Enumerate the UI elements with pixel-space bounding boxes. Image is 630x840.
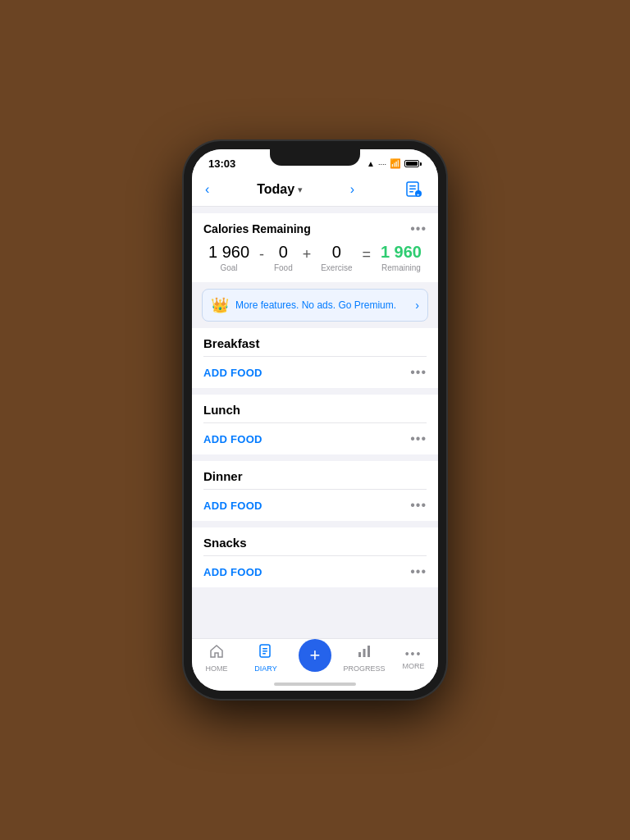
exercise-item: 0 Exercise bbox=[321, 243, 352, 272]
add-button[interactable]: + bbox=[299, 639, 331, 672]
svg-rect-10 bbox=[358, 652, 361, 657]
food-label: Food bbox=[274, 263, 293, 272]
add-food-button-lunch[interactable]: ADD FOOD bbox=[203, 433, 262, 445]
remaining-label: Remaining bbox=[381, 263, 421, 272]
dropdown-arrow: ▾ bbox=[298, 185, 303, 195]
goal-value: 1 960 bbox=[208, 243, 249, 262]
svg-rect-7 bbox=[262, 648, 267, 650]
svg-rect-3 bbox=[409, 191, 413, 193]
home-icon bbox=[209, 644, 224, 663]
status-time: 13:03 bbox=[208, 158, 235, 170]
meal-title-snacks: Snacks bbox=[203, 536, 247, 550]
premium-text: More features. No ads. Go Premium. bbox=[235, 299, 409, 311]
forward-chevron[interactable]: › bbox=[350, 182, 354, 197]
phone-screen: 13:03 ▲ ···· 📶 ‹ Today ▾ › bbox=[192, 149, 438, 691]
notch bbox=[270, 149, 360, 166]
add-food-button-breakfast[interactable]: ADD FOOD bbox=[203, 367, 262, 379]
meals-container: Breakfast ADD FOOD ••• Lunch ADD FOOD ••… bbox=[192, 328, 438, 587]
diary-tab-icon bbox=[258, 644, 273, 663]
svg-rect-11 bbox=[363, 649, 366, 657]
add-food-button-dinner[interactable]: ADD FOOD bbox=[203, 500, 262, 512]
crown-icon: 👑 bbox=[211, 296, 229, 314]
add-food-row-snacks: ADD FOOD ••• bbox=[192, 556, 438, 587]
goal-label: Goal bbox=[220, 263, 237, 272]
plus-operator: + bbox=[303, 246, 312, 263]
equals-operator: = bbox=[362, 246, 371, 263]
tab-progress[interactable]: PROGRESS bbox=[340, 644, 389, 673]
calories-title: Calories Remaining bbox=[203, 222, 311, 235]
meal-header-breakfast: Breakfast bbox=[192, 328, 438, 356]
calories-more-button[interactable]: ••• bbox=[410, 221, 427, 236]
meal-section-dinner: Dinner ADD FOOD ••• bbox=[192, 461, 438, 521]
remaining-item: 1 960 Remaining bbox=[381, 243, 422, 272]
minus-operator: - bbox=[259, 246, 264, 263]
svg-text:+: + bbox=[417, 192, 420, 197]
goal-item: 1 960 Goal bbox=[208, 243, 249, 272]
signal-dots: ···· bbox=[378, 160, 386, 168]
phone-frame: 13:03 ▲ ···· 📶 ‹ Today ▾ › bbox=[184, 141, 446, 699]
back-chevron[interactable]: ‹ bbox=[205, 182, 209, 197]
add-food-row-dinner: ADD FOOD ••• bbox=[192, 490, 438, 521]
battery-icon bbox=[404, 160, 422, 167]
meal-more-button-snacks[interactable]: ••• bbox=[410, 564, 427, 579]
meal-title-lunch: Lunch bbox=[203, 403, 240, 417]
food-item: 0 Food bbox=[274, 243, 293, 272]
meal-header-snacks: Snacks bbox=[192, 527, 438, 555]
premium-banner[interactable]: 👑 More features. No ads. Go Premium. › bbox=[202, 289, 428, 322]
remaining-value: 1 960 bbox=[381, 243, 422, 262]
add-food-button-snacks[interactable]: ADD FOOD bbox=[203, 566, 262, 578]
svg-rect-8 bbox=[262, 651, 267, 652]
nav-title-area[interactable]: Today ▾ bbox=[257, 182, 303, 197]
progress-icon bbox=[357, 644, 372, 663]
diary-label: DIARY bbox=[254, 664, 276, 673]
meal-more-button-lunch[interactable]: ••• bbox=[410, 431, 427, 446]
meal-section-breakfast: Breakfast ADD FOOD ••• bbox=[192, 328, 438, 388]
food-value: 0 bbox=[279, 243, 288, 262]
wifi-icon: 📶 bbox=[390, 158, 401, 169]
more-label: MORE bbox=[403, 662, 425, 670]
tab-home[interactable]: HOME bbox=[192, 644, 241, 673]
home-label: HOME bbox=[206, 664, 228, 673]
tab-bar: HOME DIARY + bbox=[192, 638, 438, 679]
calories-row: 1 960 Goal - 0 Food + 0 Exercise = bbox=[203, 243, 427, 272]
premium-chevron: › bbox=[415, 299, 419, 312]
scroll-area: Calories Remaining ••• 1 960 Goal - 0 Fo… bbox=[192, 207, 438, 638]
svg-rect-2 bbox=[409, 189, 416, 190]
meal-title-dinner: Dinner bbox=[203, 469, 243, 483]
add-food-row-lunch: ADD FOOD ••• bbox=[192, 423, 438, 454]
add-food-row-breakfast: ADD FOOD ••• bbox=[192, 357, 438, 388]
nav-title: Today bbox=[257, 182, 294, 197]
svg-rect-12 bbox=[368, 646, 370, 657]
tab-more[interactable]: ••• MORE bbox=[389, 647, 438, 670]
more-icon: ••• bbox=[405, 647, 422, 660]
add-icon: + bbox=[310, 646, 321, 664]
svg-rect-1 bbox=[409, 185, 416, 187]
meal-title-breakfast: Breakfast bbox=[203, 336, 259, 350]
meal-more-button-breakfast[interactable]: ••• bbox=[410, 365, 427, 380]
home-indicator bbox=[274, 682, 356, 686]
exercise-label: Exercise bbox=[321, 263, 352, 272]
tab-diary[interactable]: DIARY bbox=[241, 644, 290, 673]
calories-card: Calories Remaining ••• 1 960 Goal - 0 Fo… bbox=[192, 213, 438, 282]
home-bar bbox=[192, 679, 438, 691]
meal-header-lunch: Lunch bbox=[192, 395, 438, 422]
meal-more-button-dinner[interactable]: ••• bbox=[410, 498, 427, 513]
meal-section-lunch: Lunch ADD FOOD ••• bbox=[192, 395, 438, 454]
meal-section-snacks: Snacks ADD FOOD ••• bbox=[192, 527, 438, 587]
nav-header: ‹ Today ▾ › + bbox=[192, 173, 438, 207]
tab-add[interactable]: + bbox=[290, 646, 340, 672]
svg-rect-9 bbox=[262, 653, 266, 655]
diary-icon-button[interactable]: + bbox=[402, 178, 425, 201]
calories-header: Calories Remaining ••• bbox=[203, 221, 427, 236]
status-icons: ▲ ···· 📶 bbox=[367, 158, 422, 169]
exercise-value: 0 bbox=[332, 243, 341, 262]
meal-header-dinner: Dinner bbox=[192, 461, 438, 489]
location-icon: ▲ bbox=[367, 159, 375, 168]
progress-label: PROGRESS bbox=[343, 664, 385, 673]
